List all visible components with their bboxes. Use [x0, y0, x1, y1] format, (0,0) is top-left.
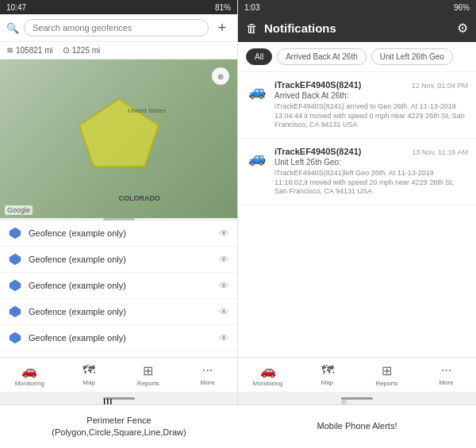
distance1-value: 105821 mi [16, 46, 53, 55]
notification-detail: iTrackEF4940S(8241) arrived to Geo 26th.… [274, 102, 468, 130]
map-icon: 🗺 [83, 363, 95, 377]
status-bar-right: 1:03 96% [238, 0, 476, 14]
geofence-list: Geofence (example only) 👁 Geofence (exam… [0, 220, 237, 357]
geofence-icon [8, 252, 22, 266]
home-indicator-left: ||| [0, 392, 237, 404]
filter-bar: AllArrived Back At 26thUnit Left 26th Ge… [238, 42, 476, 72]
svg-marker-3 [10, 280, 21, 291]
distance1-stat: ≋ 105821 mi [6, 45, 53, 56]
map-area[interactable]: ⊕ United States COLORADO Google [0, 59, 237, 218]
geofence-icon [8, 278, 22, 293]
trash-button[interactable]: 🗑 [246, 21, 258, 35]
nav-more-label: More [201, 379, 215, 386]
notification-top-row: iTrackEF4940S(8241) 12 Nov, 01:04 PM [274, 80, 468, 90]
geofence-item[interactable]: Geofence (example only) 👁 [0, 220, 237, 247]
geofence-item[interactable]: Geofence (example only) 👁 [0, 247, 237, 273]
nav-monitoring-label-r: Monitoring [253, 380, 282, 387]
add-geofence-button[interactable]: + [213, 19, 231, 36]
filter-button-0[interactable]: All [246, 48, 272, 65]
geofence-icon [8, 226, 22, 240]
notification-content: iTrackEF4940S(8241) 13 Nov, 11:16 AM Uni… [274, 147, 468, 197]
time-left: 10:47 [6, 3, 26, 12]
geofence-label: Geofence (example only) [29, 281, 213, 290]
battery-left: 81% [215, 3, 231, 12]
vehicle-icon: 🚙 [246, 80, 268, 102]
filter-button-1[interactable]: Arrived Back At 26th [277, 48, 367, 65]
home-indicator-right: ||| [238, 392, 476, 404]
geofence-item[interactable]: Geofence (example only) 👁 [0, 299, 237, 325]
notification-header: 🗑 Notifications ⚙ [238, 14, 476, 42]
search-icon: 🔍 [6, 22, 19, 34]
notification-item[interactable]: 🚙 iTrackEF4940S(8241) 13 Nov, 11:16 AM U… [238, 139, 476, 205]
geofence-icon [8, 304, 22, 319]
nav-map-label: Map [83, 379, 95, 386]
map-icon-r: 🗺 [321, 363, 334, 377]
time-right: 1:03 [244, 3, 259, 12]
notification-date: 13 Nov, 11:16 AM [412, 148, 468, 156]
nav-monitoring-left[interactable]: 🚗 Monitoring [0, 358, 60, 392]
geofence-item[interactable]: Geofence (example only) 👁 [0, 273, 237, 299]
notification-detail: iTrackEF4940S(8241)left Geo 26th. At 11-… [274, 169, 468, 197]
geofence-item[interactable]: Geofence (example only) 👁 [0, 325, 237, 351]
nav-map-right[interactable]: 🗺 Map [298, 358, 357, 392]
visibility-icon[interactable]: 👁 [219, 332, 229, 344]
notification-subtitle: Unit Left 26th Geo: [274, 158, 468, 167]
reports-icon: ⊞ [143, 363, 153, 378]
compass-button[interactable]: ⊕ [212, 67, 229, 85]
notification-date: 12 Nov, 01:04 PM [412, 82, 468, 90]
battery-right: 96% [454, 3, 470, 12]
nav-map-left[interactable]: 🗺 Map [60, 358, 119, 392]
search-bar: 🔍 + [0, 14, 237, 42]
route-icon: ≋ [6, 45, 13, 56]
nav-reports-left[interactable]: ⊞ Reports [119, 358, 178, 392]
notification-item[interactable]: 🚙 iTrackEF4940S(8241) 12 Nov, 01:04 PM A… [238, 72, 476, 139]
geofence-icon [8, 331, 22, 345]
nav-more-label-r: More [439, 379, 453, 386]
svg-marker-5 [10, 332, 21, 343]
visibility-icon[interactable]: 👁 [219, 306, 229, 318]
visibility-icon[interactable]: 👁 [219, 228, 229, 239]
bottom-nav-left: 🚗 Monitoring 🗺 Map ⊞ Reports ··· More [0, 357, 237, 392]
map-label-colorado: COLORADO [119, 194, 161, 202]
svg-marker-4 [10, 306, 21, 317]
geofence-label: Geofence (example only) [29, 255, 213, 264]
distance2-value: 1225 mi [72, 46, 101, 55]
geofence-item[interactable]: Geofence (example only) 👁 [0, 351, 237, 357]
nav-more-right[interactable]: ··· More [416, 358, 476, 392]
visibility-icon[interactable]: 👁 [219, 254, 229, 266]
nav-more-left[interactable]: ··· More [178, 358, 237, 392]
clock-icon: ⊙ [63, 45, 70, 56]
gear-button[interactable]: ⚙ [457, 21, 468, 36]
nav-reports-right[interactable]: ⊞ Reports [357, 358, 416, 392]
svg-marker-1 [10, 228, 21, 239]
status-bar-left: 10:47 81% [0, 0, 237, 14]
nav-map-label-r: Map [321, 379, 334, 386]
distance2-stat: ⊙ 1225 mi [63, 45, 101, 56]
nav-reports-label-r: Reports [375, 380, 397, 387]
monitoring-icon: 🚗 [21, 363, 37, 378]
monitoring-icon-r: 🚗 [260, 363, 276, 378]
stats-bar: ≋ 105821 mi ⊙ 1225 mi [0, 42, 237, 59]
map-background: ⊕ United States COLORADO Google [0, 59, 237, 218]
right-phone: 1:03 96% 🗑 Notifications ⚙ AllArrived Ba… [238, 0, 476, 404]
home-bar-right: ||| [341, 397, 373, 400]
search-input[interactable] [24, 19, 209, 36]
unit-name: iTrackEF4940S(8241) [274, 147, 361, 156]
geofence-label: Geofence (example only) [29, 307, 213, 316]
bottom-nav-right: 🚗 Monitoring 🗺 Map ⊞ Reports ··· More [238, 357, 476, 392]
nav-monitoring-label: Monitoring [15, 380, 44, 387]
left-phone: 10:47 81% 🔍 + ≋ 105821 mi ⊙ 1225 mi [0, 0, 238, 404]
caption-left: Perimeter Fence(Polygon,Circle,Square,Li… [0, 405, 238, 448]
notification-list: 🚙 iTrackEF4940S(8241) 12 Nov, 01:04 PM A… [238, 72, 476, 357]
map-label-google: Google [5, 205, 33, 215]
filter-button-2[interactable]: Unit Left 26th Geo [371, 48, 453, 65]
home-bar-left: ||| [103, 397, 135, 400]
visibility-icon[interactable]: 👁 [219, 280, 229, 292]
notification-subtitle: Arrived Back At 26th: [274, 91, 468, 100]
geofence-label: Geofence (example only) [29, 228, 213, 238]
unit-name: iTrackEF4940S(8241) [274, 80, 361, 90]
notifications-title: Notifications [264, 21, 451, 35]
caption-right: Mobile Phone Alerts! [238, 405, 476, 448]
more-icon-r: ··· [441, 363, 451, 377]
nav-monitoring-right[interactable]: 🚗 Monitoring [238, 358, 298, 392]
